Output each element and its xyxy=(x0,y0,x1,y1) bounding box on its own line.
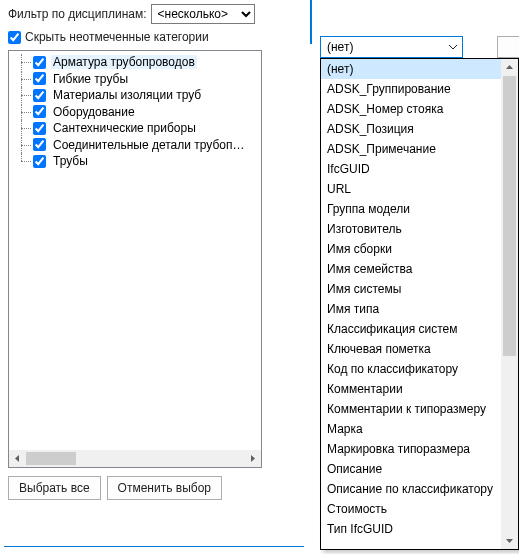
dropdown-option[interactable]: ADSK_Примечание xyxy=(321,139,501,159)
chevron-down-icon xyxy=(448,42,458,52)
dropdown-option[interactable]: Комментарии к типоразмеру xyxy=(321,399,501,419)
dropdown-scrollbar[interactable] xyxy=(501,59,518,549)
dropdown-option[interactable]: Группа модели xyxy=(321,199,501,219)
hide-unchecked-label: Скрыть неотмеченные категории xyxy=(25,30,209,44)
scrollbar-thumb[interactable] xyxy=(503,76,516,356)
select-all-button[interactable]: Выбрать все xyxy=(8,476,101,500)
tree-connector-icon xyxy=(13,71,31,87)
dropdown-option[interactable]: Имя системы xyxy=(321,279,501,299)
tree-item[interactable]: Материалы изоляции труб xyxy=(9,87,261,104)
category-checkbox[interactable] xyxy=(33,138,46,151)
dropdown-option[interactable]: Ключевая пометка xyxy=(321,339,501,359)
tree-item[interactable]: Оборудование xyxy=(9,104,261,121)
dropdown-option[interactable]: URL xyxy=(321,179,501,199)
dropdown-option[interactable]: Комментарии xyxy=(321,379,501,399)
category-tree[interactable]: Арматура трубопроводовГибкие трубыМатери… xyxy=(8,50,262,468)
scroll-right-arrow-icon[interactable] xyxy=(244,450,261,467)
hide-unchecked-row: Скрыть неотмеченные категории xyxy=(8,30,302,44)
dropdown-option[interactable]: Имя сборки xyxy=(321,239,501,259)
adjacent-button[interactable] xyxy=(497,36,519,58)
tree-connector-icon xyxy=(13,104,31,120)
left-panel: Фильтр по дисциплинам: <несколько> Скрыт… xyxy=(0,0,310,554)
property-dropdown-list[interactable]: (нет)ADSK_ГруппированиеADSK_Номер стояка… xyxy=(320,58,519,550)
category-checkbox[interactable] xyxy=(33,155,46,168)
right-panel: (нет) (нет)ADSK_ГруппированиеADSK_Номер … xyxy=(316,0,519,554)
tree-item[interactable]: Арматура трубопроводов xyxy=(9,54,261,71)
dropdown-option[interactable]: Описание по классификатору xyxy=(321,479,501,499)
dropdown-option[interactable]: Классификация систем xyxy=(321,319,501,339)
hide-unchecked-checkbox[interactable] xyxy=(8,31,21,44)
category-checkbox[interactable] xyxy=(33,122,46,135)
scroll-down-arrow-icon[interactable] xyxy=(501,532,518,549)
tree-connector-icon xyxy=(13,153,31,169)
dropdown-option[interactable]: Маркировка типоразмера xyxy=(321,439,501,459)
button-row: Выбрать все Отменить выбор xyxy=(8,476,302,500)
tree-connector-icon xyxy=(13,137,31,153)
dropdown-option[interactable]: Имя типа xyxy=(321,299,501,319)
dropdown-option[interactable]: IfcGUID xyxy=(321,159,501,179)
discipline-filter-select[interactable]: <несколько> xyxy=(151,4,255,24)
dropdown-option[interactable]: ADSK_Позиция xyxy=(321,119,501,139)
dropdown-option[interactable]: Код по классификатору xyxy=(321,359,501,379)
tree-connector-icon xyxy=(13,120,31,136)
dropdown-option[interactable]: Тип IfcGUID xyxy=(321,519,501,539)
panel-divider xyxy=(4,546,304,547)
tree-item[interactable]: Гибкие трубы xyxy=(9,71,261,88)
dropdown-value: (нет) xyxy=(327,40,353,54)
deselect-button[interactable]: Отменить выбор xyxy=(107,476,222,500)
category-checkbox[interactable] xyxy=(33,72,46,85)
filter-label: Фильтр по дисциплинам: xyxy=(8,7,147,21)
category-checkbox[interactable] xyxy=(33,56,46,69)
tree-connector-icon xyxy=(13,54,31,70)
category-checkbox[interactable] xyxy=(33,89,46,102)
filter-row: Фильтр по дисциплинам: <несколько> xyxy=(8,4,302,24)
category-checkbox[interactable] xyxy=(33,105,46,118)
scroll-left-arrow-icon[interactable] xyxy=(9,450,26,467)
tree-item[interactable]: Трубы xyxy=(9,153,261,170)
horizontal-scrollbar[interactable] xyxy=(9,450,261,467)
category-label: Трубы xyxy=(51,154,90,168)
category-label: Оборудование xyxy=(51,105,137,119)
category-label: Арматура трубопроводов xyxy=(51,55,197,69)
scroll-up-arrow-icon[interactable] xyxy=(501,59,518,76)
property-dropdown[interactable]: (нет) xyxy=(320,36,463,58)
tree-item[interactable]: Соединительные детали трубопрово... xyxy=(9,137,261,154)
dropdown-option[interactable]: Имя семейства xyxy=(321,259,501,279)
scrollbar-thumb[interactable] xyxy=(26,452,76,465)
category-label: Гибкие трубы xyxy=(51,72,130,86)
dropdown-option[interactable]: Стоимость xyxy=(321,499,501,519)
vertical-separator xyxy=(310,0,312,44)
category-label: Материалы изоляции труб xyxy=(51,88,203,102)
category-label: Сантехнические приборы xyxy=(51,121,198,135)
dropdown-option[interactable]: ADSK_Номер стояка xyxy=(321,99,501,119)
tree-connector-icon xyxy=(13,87,31,103)
dropdown-option[interactable]: ADSK_Группирование xyxy=(321,79,501,99)
tree-item[interactable]: Сантехнические приборы xyxy=(9,120,261,137)
category-label: Соединительные детали трубопрово... xyxy=(51,138,251,152)
dropdown-option[interactable]: Марка xyxy=(321,419,501,439)
dropdown-option[interactable]: Описание xyxy=(321,459,501,479)
dropdown-option[interactable]: (нет) xyxy=(321,59,501,79)
dropdown-option[interactable]: Изготовитель xyxy=(321,219,501,239)
